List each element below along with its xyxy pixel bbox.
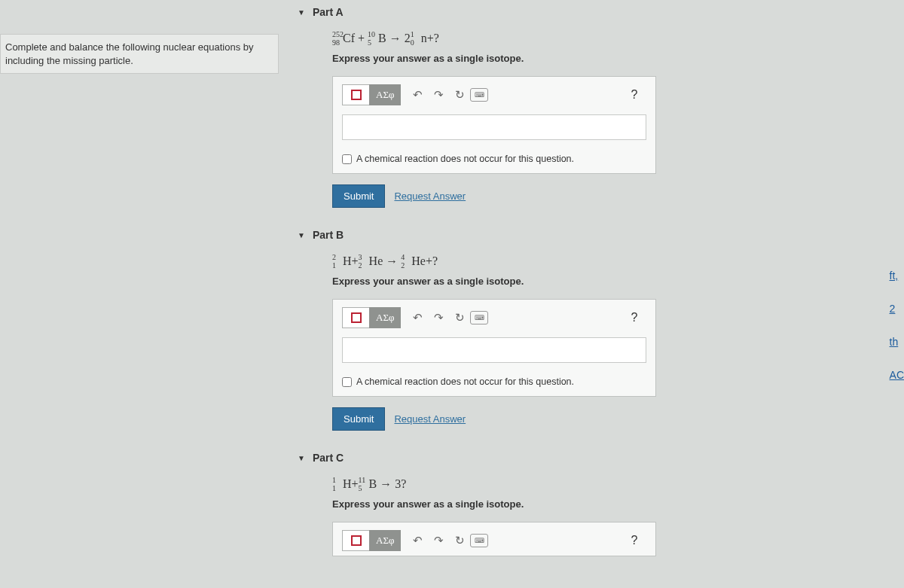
greek-symbols-button[interactable]: ΑΣφ (369, 307, 401, 328)
answer-input[interactable] (342, 337, 646, 363)
no-reaction-checkbox[interactable] (342, 377, 352, 387)
page-edge-fragments: ft,2thAC (890, 248, 904, 402)
template-button[interactable] (342, 84, 369, 105)
redo-icon[interactable]: ↷ (428, 84, 449, 105)
answer-instruction: Express your answer as a single isotope. (332, 53, 734, 64)
no-reaction-label: A chemical reaction does not occur for t… (356, 154, 574, 164)
nuclear-equation: 25298Cf + 105B → 210n+? (332, 32, 734, 45)
reset-icon[interactable]: ↻ (449, 530, 470, 551)
formula-toolbar: ΑΣφ↶↷↻⌨? (333, 77, 655, 110)
submit-button[interactable]: Submit (332, 184, 385, 208)
greek-symbols-button[interactable]: ΑΣφ (369, 84, 401, 105)
submit-row: SubmitRequest Answer (332, 184, 734, 208)
help-button[interactable]: ? (622, 84, 646, 105)
part-block: ▼Part A25298Cf + 105B → 210n+?Express yo… (313, 6, 734, 208)
part-label: Part B (313, 229, 344, 241)
keyboard-icon[interactable]: ⌨ (470, 311, 488, 324)
help-button[interactable]: ? (622, 530, 646, 551)
caret-down-icon: ▼ (298, 231, 305, 239)
formula-toolbar: ΑΣφ↶↷↻⌨? (333, 522, 655, 556)
part-label: Part A (313, 6, 344, 18)
undo-icon[interactable]: ↶ (407, 84, 428, 105)
template-button[interactable] (342, 530, 369, 551)
answer-instruction: Express your answer as a single isotope. (332, 498, 734, 510)
reset-icon[interactable]: ↻ (449, 307, 470, 328)
part-header[interactable]: ▼Part C (298, 452, 734, 464)
answer-input[interactable] (342, 114, 646, 140)
part-header[interactable]: ▼Part A (298, 6, 734, 18)
caret-down-icon: ▼ (298, 454, 305, 462)
caret-down-icon: ▼ (298, 8, 305, 17)
no-reaction-row[interactable]: A chemical reaction does not occur for t… (333, 370, 655, 396)
answer-box: ΑΣφ↶↷↻⌨?A chemical reaction does not occ… (332, 76, 656, 174)
instruction-text: Complete and balance the following nucle… (5, 41, 254, 66)
submit-row: SubmitRequest Answer (332, 407, 734, 431)
undo-icon[interactable]: ↶ (407, 307, 428, 328)
answer-box: ΑΣφ↶↷↻⌨? (332, 522, 656, 556)
part-block: ▼Part C11H+115B → 3?Express your answer … (313, 452, 734, 556)
part-header[interactable]: ▼Part B (298, 229, 734, 241)
template-icon (351, 90, 362, 100)
edge-link-fragment: AC (890, 369, 904, 381)
undo-icon[interactable]: ↶ (407, 530, 428, 551)
no-reaction-checkbox[interactable] (342, 154, 352, 164)
edge-link-fragment: 2 (890, 303, 904, 315)
greek-symbols-button[interactable]: ΑΣφ (369, 530, 401, 551)
keyboard-icon[interactable]: ⌨ (470, 88, 488, 102)
nuclear-equation: 21H+32He → 42He+? (332, 254, 734, 268)
problem-instruction: Complete and balance the following nucle… (0, 34, 279, 74)
main-content: ▼Part A25298Cf + 105B → 210n+?Express yo… (313, 6, 734, 577)
edge-link-fragment: ft, (890, 270, 904, 282)
answer-instruction: Express your answer as a single isotope. (332, 276, 734, 287)
redo-icon[interactable]: ↷ (428, 530, 449, 551)
edge-link-fragment: th (890, 336, 904, 348)
no-reaction-label: A chemical reaction does not occur for t… (356, 376, 574, 387)
part-label: Part C (313, 452, 344, 464)
template-icon (351, 535, 362, 546)
redo-icon[interactable]: ↷ (428, 307, 449, 328)
request-answer-link[interactable]: Request Answer (394, 413, 466, 425)
help-button[interactable]: ? (622, 307, 646, 328)
no-reaction-row[interactable]: A chemical reaction does not occur for t… (333, 148, 655, 173)
template-button[interactable] (342, 307, 369, 328)
nuclear-equation: 11H+115B → 3? (332, 477, 734, 491)
answer-box: ΑΣφ↶↷↻⌨?A chemical reaction does not occ… (332, 299, 656, 397)
keyboard-icon[interactable]: ⌨ (470, 534, 488, 547)
reset-icon[interactable]: ↻ (449, 84, 470, 105)
template-icon (351, 312, 362, 323)
formula-toolbar: ΑΣφ↶↷↻⌨? (333, 300, 655, 333)
request-answer-link[interactable]: Request Answer (394, 190, 466, 202)
submit-button[interactable]: Submit (332, 407, 385, 431)
part-block: ▼Part B21H+32He → 42He+?Express your ans… (313, 229, 734, 431)
